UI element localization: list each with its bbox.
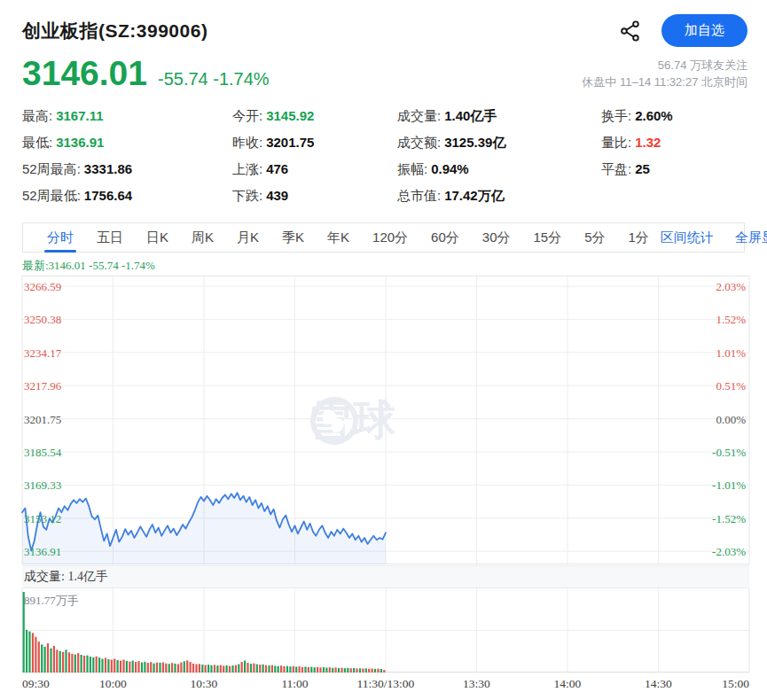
stats-column-2: 成交量:1.40亿手成交额:3125.39亿振幅:0.94%总市值:17.42万… — [397, 103, 601, 209]
page-title: 创业板指(SZ:399006) — [22, 19, 207, 43]
volume-chart — [0, 588, 767, 673]
market-status: 休盘中 11–14 11:32:27 北京时间 — [582, 74, 747, 90]
current-price: 3146.01 — [22, 56, 147, 90]
stats-column-3: 换手:2.60%量比:1.32平盘:25 — [601, 103, 673, 209]
tab-links: 区间统计全屏显示 — [661, 229, 767, 246]
x-axis-time-label: 10:30 — [191, 677, 218, 691]
stat-item: 最高:3167.11 — [22, 103, 232, 129]
tab-item-2[interactable]: 日K — [135, 223, 180, 252]
x-axis-time-label: 14:30 — [645, 677, 672, 691]
stat-item: 平盘:25 — [601, 156, 673, 183]
volume-max-label: 891.77万手 — [24, 593, 79, 609]
stats-column-1: 今开:3145.92昨收:3201.75上涨:476下跌:439 — [232, 103, 397, 209]
stat-item: 最低:3136.91 — [22, 129, 232, 156]
stat-item: 换手:2.60% — [601, 103, 673, 129]
intraday-chart: 雪球 成交量: 1.4亿手 891.77万手 3266.593250.38323… — [0, 276, 767, 696]
followers-count: 56.74 万球友关注 — [582, 57, 747, 74]
volume-header-band: 成交量: 1.4亿手 — [22, 565, 749, 588]
quote-meta: 56.74 万球友关注 休盘中 11–14 11:32:27 北京时间 — [582, 57, 747, 90]
x-axis-time-label: 15:00 — [722, 677, 749, 691]
quote-row: 3146.01 -55.74 -1.74% 56.74 万球友关注 休盘中 11… — [0, 47, 767, 90]
x-axis-time-label: 11:00 — [281, 677, 308, 691]
price-change: -55.74 -1.74% — [158, 69, 270, 89]
tab-item-7[interactable]: 120分 — [361, 223, 419, 252]
tab-item-9[interactable]: 30分 — [471, 223, 522, 252]
stat-item: 昨收:3201.75 — [232, 129, 397, 156]
tab-item-10[interactable]: 15分 — [521, 223, 573, 252]
stat-item: 52周最低:1756.64 — [22, 183, 232, 209]
stat-item: 今开:3145.92 — [232, 103, 397, 129]
tab-item-3[interactable]: 周K — [180, 223, 225, 252]
stat-item: 总市值:17.42万亿 — [397, 183, 601, 209]
tab-item-1[interactable]: 五日 — [85, 223, 135, 252]
stat-item: 52周最高:3331.86 — [22, 156, 232, 183]
tab-item-6[interactable]: 年K — [316, 223, 361, 252]
stat-item: 量比:1.32 — [601, 129, 673, 156]
tab-item-0[interactable]: 分时 — [35, 223, 85, 252]
stats-column-0: 最高:3167.11最低:3136.9152周最高:3331.8652周最低:1… — [22, 103, 232, 209]
x-axis-time-label: 09:30 — [22, 677, 50, 691]
stat-item: 成交额:3125.39亿 — [397, 129, 601, 156]
x-axis-time-label: 13:30 — [463, 677, 490, 691]
tab-item-12[interactable]: 1分 — [617, 223, 661, 252]
x-axis-time-label: 10:00 — [99, 677, 127, 691]
tab-item-4[interactable]: 月K — [225, 223, 270, 252]
volume-header-label: 成交量: 1.4亿手 — [24, 569, 108, 585]
stat-item: 上涨:476 — [232, 156, 397, 183]
tab-item-8[interactable]: 60分 — [419, 223, 471, 252]
x-axis-time-label: 11:30/13:00 — [357, 677, 415, 691]
stats-grid: 最高:3167.11最低:3136.9152周最高:3331.8652周最低:1… — [0, 90, 767, 209]
tab-link-1[interactable]: 全屏显示 — [735, 229, 767, 246]
latest-quote-line: 最新:3146.01 -55.74 -1.74% — [22, 258, 767, 274]
tab-item-5[interactable]: 季K — [270, 223, 316, 252]
stat-item: 成交量:1.40亿手 — [397, 103, 601, 129]
add-watchlist-button[interactable]: 加自选 — [661, 14, 747, 47]
stat-item: 下跌:439 — [232, 183, 397, 209]
header: 创业板指(SZ:399006) 加自选 — [0, 0, 767, 47]
share-icon[interactable] — [619, 19, 642, 43]
stock-page: 创业板指(SZ:399006) 加自选 3146.01 -55.74 -1.74… — [0, 0, 767, 700]
x-axis-time-label: 14:00 — [554, 677, 582, 691]
price-chart — [0, 276, 767, 565]
chart-tabs: 分时五日日K周K月K季K年K120分60分30分15分5分1分区间统计全屏显示 — [22, 222, 745, 253]
tab-link-0[interactable]: 区间统计 — [661, 229, 714, 246]
stat-item: 振幅:0.94% — [397, 156, 601, 183]
tab-item-11[interactable]: 5分 — [573, 223, 616, 252]
